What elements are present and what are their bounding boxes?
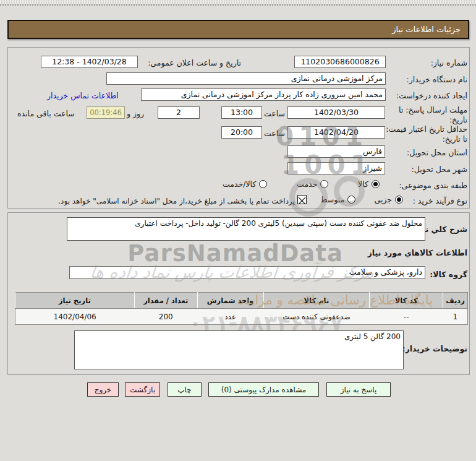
back-button[interactable]: بازگشت: [125, 382, 160, 397]
cell-code: --: [370, 309, 443, 325]
reply-deadline-date[interactable]: 1402/03/30: [287, 106, 385, 119]
need-details-page: جزئیات اطلاعات نیاز شماره نیاز: 11020306…: [0, 0, 476, 461]
radio-goods-service-icon[interactable]: [259, 180, 267, 188]
items-table-header: ردیف کد کالا نام کالا واحد شمارش تعداد /…: [15, 293, 468, 309]
col-row: ردیف: [443, 293, 468, 309]
items-heading: اطلاعات کالاهاي مورد نیاز: [368, 248, 467, 257]
radio-minor-label: جزیی: [374, 195, 392, 204]
days-remaining-label: روز و: [127, 109, 144, 118]
province-label: استان محل تحویل:: [407, 148, 467, 157]
classification-option-goods[interactable]: کالا: [358, 179, 380, 189]
col-name: نام کالا: [263, 293, 370, 309]
province-value[interactable]: فارس: [287, 145, 385, 158]
buyer-name-label: نام دستگاه خریدار:: [407, 75, 467, 84]
cell-qty: 200: [134, 309, 197, 325]
col-unit: واحد شمارش: [197, 293, 263, 309]
page-title-bar: جزئیات اطلاعات نیاز: [7, 20, 469, 39]
countdown-timer: 00:19:46: [87, 106, 125, 119]
goods-group-label: گروه کالا:: [430, 270, 467, 279]
radio-goods-service-label: کالا/خدمت: [223, 179, 256, 189]
reply-to-need-button[interactable]: پاسخ به نیاز: [326, 382, 391, 397]
col-qty: تعداد / مقدار: [134, 293, 197, 309]
treasury-checkbox[interactable]: [297, 195, 307, 204]
exit-button[interactable]: خروج: [87, 382, 119, 397]
purchase-type-radio-group: جزیی متوسط: [320, 195, 403, 204]
cell-name: ضدعفونی کننده دست: [263, 309, 370, 325]
buyer-contact-link[interactable]: اطلاعات تماس خریدار: [47, 91, 119, 100]
cell-row: 1: [443, 309, 468, 325]
countdown-label: ساعت باقی مانده: [17, 109, 75, 118]
reply-deadline-hour-label: ساعت: [264, 109, 285, 118]
announce-datetime-label: تاریخ و ساعت اعلان عمومی:: [148, 58, 241, 67]
classification-radio-group: کالا خدمت کالا/خدمت: [223, 179, 380, 189]
price-validity-date[interactable]: 1402/04/20: [287, 126, 385, 139]
classification-label: طبقه بندی موضوعی:: [399, 181, 467, 190]
city-label: شهر محل تحویل:: [412, 165, 467, 174]
radio-goods-label: کالا: [358, 179, 368, 189]
goods-group-value[interactable]: دارو، پزشکی و سلامت: [69, 266, 425, 279]
cell-unit: عدد: [197, 309, 263, 325]
col-date: تاریخ نیاز: [15, 293, 135, 309]
need-number-value[interactable]: 1102030686000826: [294, 56, 386, 68]
print-button[interactable]: چاپ: [168, 382, 202, 397]
buyer-notes-box[interactable]: 200 گالن 5 لیتری: [74, 330, 404, 369]
reply-deadline-time[interactable]: 13:00: [221, 106, 262, 119]
radio-minor-icon[interactable]: [395, 196, 403, 204]
classification-option-service[interactable]: خدمت: [297, 179, 328, 189]
radio-goods-icon[interactable]: [372, 180, 380, 188]
announce-datetime-value[interactable]: 1402/03/28 - 12:38: [41, 56, 138, 68]
purchase-option-medium[interactable]: متوسط: [320, 195, 355, 204]
price-validity-time[interactable]: 20:00: [221, 126, 262, 139]
city-value[interactable]: شیراز: [287, 162, 385, 174]
price-validity-label: حداقل تاریخ اعتبار قیمت: تا تاریخ:: [386, 124, 467, 144]
request-creator-label: ایجاد کننده درخواست:: [396, 91, 467, 100]
page-title: جزئیات اطلاعات نیاز: [392, 25, 461, 34]
items-table: ردیف کد کالا نام کالا واحد شمارش تعداد /…: [15, 292, 468, 325]
price-validity-hour-label: ساعت: [264, 129, 285, 138]
radio-medium-icon[interactable]: [347, 196, 355, 204]
checkbox-x-icon: [298, 197, 306, 205]
purchase-type-label: نوع فرآیند خرید :: [413, 196, 467, 205]
buyer-name-value[interactable]: مرکز اموزشی درمانی نمازی: [106, 72, 386, 85]
classification-option-goods-service[interactable]: کالا/خدمت: [223, 179, 267, 189]
need-desc-box[interactable]: محلول ضد عفونی کننده دست (سپتی سیدین) 5ل…: [67, 217, 425, 241]
page-top-texture: [0, 0, 476, 6]
need-number-label: شماره نیاز:: [431, 58, 467, 67]
request-creator-value[interactable]: محمد امین سروری زاده کار پرداز مرکز اموز…: [141, 88, 386, 101]
col-code: کد کالا: [370, 293, 443, 309]
treasury-note: پرداخت تمام یا بخشی از مبلغ خرید،از محل …: [58, 197, 295, 205]
radio-medium-label: متوسط: [320, 195, 344, 204]
reply-deadline-label: مهلت ارسال پاسخ: تا تاریخ:: [386, 105, 467, 124]
buyer-notes-label: توضیحات خریدار:: [402, 344, 467, 353]
cell-date: 1402/04/06: [15, 309, 135, 325]
view-attachments-button[interactable]: مشاهده مدارک پیوستی (0): [208, 382, 319, 397]
days-remaining-value[interactable]: 2: [158, 106, 200, 119]
table-row[interactable]: 1 -- ضدعفونی کننده دست عدد 200 1402/04/0…: [15, 309, 468, 325]
radio-service-label: خدمت: [297, 179, 317, 189]
purchase-option-minor[interactable]: جزیی: [374, 195, 403, 204]
radio-service-icon[interactable]: [320, 180, 328, 188]
